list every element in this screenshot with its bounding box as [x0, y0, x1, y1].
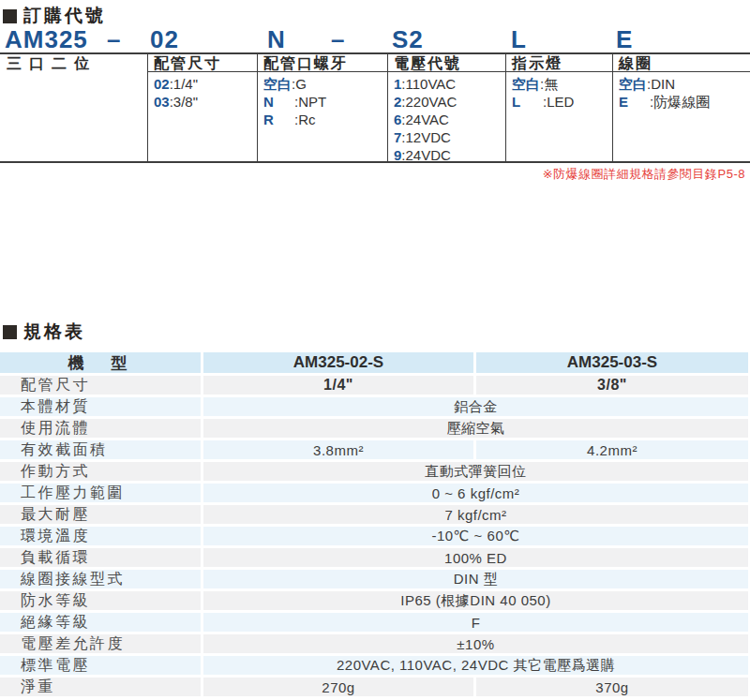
spec-row-value: IP65 (根據DIN 40 050)	[203, 591, 748, 610]
spec-row-label: 配管尺寸	[0, 376, 201, 395]
spec-table-row: 使用流體壓縮空氣	[0, 419, 750, 438]
option-code: 1	[394, 75, 401, 93]
table-vertical-line	[612, 52, 613, 163]
order-code-segment: N	[267, 25, 286, 54]
spec-row-label: 使用流體	[0, 419, 201, 438]
spec-row-value: 7 kgf/cm²	[203, 505, 748, 524]
spec-row-value: 220VAC, 110VAC, 24VDC 其它電壓爲選購	[203, 656, 748, 675]
spec-table-row: 標準電壓220VAC, 110VAC, 24VDC 其它電壓爲選購	[0, 656, 750, 675]
option-description: :Rc	[294, 111, 316, 128]
spec-table-row: 環境溫度-10℃ ~ 60℃	[0, 527, 750, 545]
order-column-items: 空白:GN:NPTR:Rc	[263, 75, 326, 128]
section-square-icon	[3, 325, 17, 339]
spec-table-row: 線圈接線型式DIN 型	[0, 570, 750, 588]
order-code-segment: –	[107, 25, 121, 54]
spec-section-title-text: 規格表	[23, 320, 85, 344]
spec-row-label: 標準電壓	[0, 656, 201, 675]
order-column-items: 1:110VAC2:220VAC6:24VAC7:12VDC9:24VDC	[394, 75, 457, 164]
order-code-option: 02:1/4"	[154, 75, 198, 93]
order-code-option: 1:110VAC	[394, 75, 457, 93]
spec-row-label: 有效截面積	[0, 440, 201, 459]
spec-row-value: ±10%	[203, 634, 748, 653]
spec-row-value: 4.2mm²	[476, 440, 748, 459]
spec-row-label: 作動方式	[0, 462, 201, 481]
order-code-segment: –	[331, 25, 345, 54]
spec-row-value: 直動式彈簧回位	[203, 462, 748, 481]
option-description: :24VDC	[401, 146, 451, 164]
spec-row-label: 工作壓力範圍	[0, 484, 201, 502]
order-column-items: 空白:DINE:防爆線圈	[619, 75, 710, 111]
spec-table-row: 電壓差允許度±10%	[0, 634, 750, 653]
order-code-segment: S2	[392, 25, 424, 54]
option-description: :12VDC	[401, 128, 451, 146]
option-code: 9	[394, 146, 401, 164]
spec-header-model-name: AM325-03-S	[476, 352, 748, 373]
spec-row-value: 100% ED	[203, 548, 748, 567]
spec-header-model-name: AM325-02-S	[203, 352, 473, 373]
spec-section-title: 規格表	[3, 320, 85, 344]
option-code: N	[263, 93, 294, 111]
spec-header-model-label: 機 型	[0, 352, 201, 373]
spec-header-row: 機 型AM325-02-SAM325-03-S	[0, 352, 750, 373]
spec-row-label: 絕緣等級	[0, 613, 201, 632]
option-description: :24VAC	[401, 111, 449, 128]
order-code-option: E:防爆線圈	[619, 93, 710, 111]
spec-row-value: -10℃ ~ 60℃	[203, 527, 748, 545]
order-code-option: 7:12VDC	[394, 128, 457, 146]
spec-row-value: 3/8"	[476, 376, 748, 395]
spec-row-label: 本體材質	[0, 397, 201, 416]
option-description: :110VAC	[401, 75, 456, 93]
option-code: 2	[394, 93, 401, 111]
option-code: 7	[394, 128, 401, 146]
spec-table-row: 有效截面積3.8mm²4.2mm²	[0, 440, 750, 459]
spec-table-row: 配管尺寸1/4"3/8"	[0, 376, 750, 395]
option-description: :LED	[543, 93, 574, 111]
spec-row-label: 電壓差允許度	[0, 634, 201, 653]
spec-table-row: 最大耐壓7 kgf/cm²	[0, 505, 750, 524]
order-code-option: 6:24VAC	[394, 111, 457, 128]
order-column-header: 指示燈	[512, 54, 562, 74]
spec-row-value: F	[203, 613, 748, 632]
spec-table-row: 防水等級IP65 (根據DIN 40 050)	[0, 591, 750, 610]
spec-row-value: 鋁合金	[203, 397, 748, 416]
order-code-option: L:LED	[512, 93, 574, 111]
order-column-header: 配管尺寸	[154, 54, 221, 74]
order-column-header: 電壓代號	[394, 54, 461, 74]
table-vertical-line	[387, 52, 388, 163]
table-vertical-line	[147, 52, 148, 163]
option-code: R	[263, 111, 294, 128]
spec-row-label: 最大耐壓	[0, 505, 201, 524]
spec-table-row: 淨重270g370g	[0, 678, 750, 696]
spec-table-row: 絕緣等級F	[0, 613, 750, 632]
spec-row-label: 負載循環	[0, 548, 201, 567]
section-square-icon	[3, 9, 17, 23]
order-column-header: 線圈	[619, 54, 652, 74]
option-description: :G	[292, 75, 307, 93]
spec-row-label: 防水等級	[0, 591, 201, 610]
table-vertical-line	[257, 52, 258, 163]
spec-row-label: 線圈接線型式	[0, 570, 201, 588]
option-description: :NPT	[294, 93, 326, 111]
spec-row-value: 270g	[203, 678, 473, 696]
spec-table-row: 負載循環100% ED	[0, 548, 750, 567]
spec-row-value: 3.8mm²	[203, 440, 473, 459]
order-column-items: 空白:無L:LED	[512, 75, 574, 111]
option-code: E	[619, 93, 650, 111]
order-code-option: 空白:G	[263, 75, 326, 93]
order-column-items: 02:1/4"03:3/8"	[154, 75, 198, 111]
spec-table-row: 工作壓力範圍0 ~ 6 kgf/cm²	[0, 484, 750, 502]
spec-row-value: DIN 型	[203, 570, 748, 588]
spec-row-value: 370g	[476, 678, 748, 696]
option-description: :防爆線圈	[650, 93, 710, 111]
spec-row-value: 壓縮空氣	[203, 419, 748, 438]
option-code: 02	[154, 75, 170, 93]
order-code-option: R:Rc	[263, 111, 326, 128]
option-code: 空白	[619, 75, 647, 93]
spec-table-row: 本體材質鋁合金	[0, 397, 750, 416]
table-horizontal-line	[0, 161, 750, 163]
spec-table-row: 作動方式直動式彈簧回位	[0, 462, 750, 481]
option-description: :1/4"	[170, 75, 198, 93]
order-column-header: 配管口螺牙	[263, 54, 348, 74]
option-code: 6	[394, 111, 401, 128]
order-code-option: 空白:無	[512, 75, 574, 93]
